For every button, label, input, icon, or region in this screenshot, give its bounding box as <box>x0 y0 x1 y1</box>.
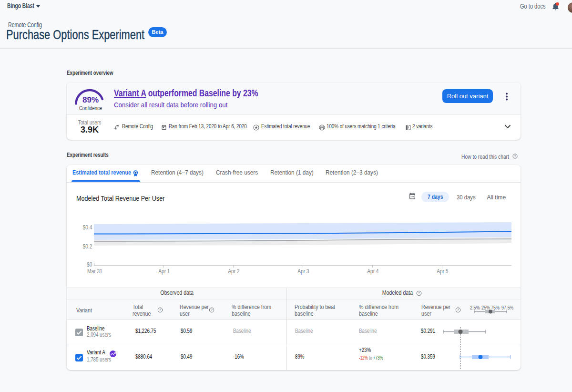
svg-text:?: ? <box>514 155 516 158</box>
